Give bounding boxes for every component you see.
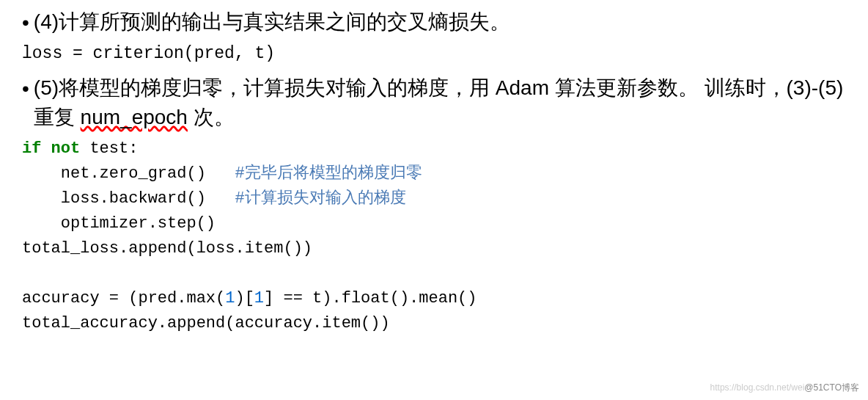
document-content: • (4)计算所预测的输出与真实结果之间的交叉熵损失。 loss = crite… — [0, 0, 868, 336]
num-1a: 1 — [225, 289, 235, 308]
bullet-text-4: (4)计算所预测的输出与真实结果之间的交叉熵损失。 — [34, 7, 510, 37]
code-l4: optimizer.step() — [22, 214, 216, 233]
bullet-marker: • — [22, 75, 29, 103]
bullet5-part2: 次。 — [188, 106, 235, 128]
code-block-training: if not test: net.zero_grad() #完毕后将模型的梯度归… — [22, 137, 846, 336]
code-l5: total_loss.append(loss.item()) — [22, 239, 312, 258]
bullet-marker: • — [22, 9, 29, 37]
bullet-text-5: (5)将模型的梯度归零，计算损失对输入的梯度，用 Adam 算法更新参数。 训练… — [34, 73, 846, 132]
code-l2: net.zero_grad() — [22, 164, 235, 183]
bullet-item-5: • (5)将模型的梯度归零，计算损失对输入的梯度，用 Adam 算法更新参数。 … — [22, 73, 846, 132]
code-loss-criterion: loss = criterion(pred, t) — [22, 44, 846, 63]
keyword-not: not — [51, 139, 81, 158]
bullet5-underlined: num_epoch — [81, 106, 188, 128]
watermark-dark: @51CTO博客 — [804, 382, 859, 393]
num-1b: 1 — [254, 289, 264, 308]
code-l7b: )[ — [235, 289, 254, 308]
comment-l3: #计算损失对输入的梯度 — [235, 189, 405, 208]
code-l7c: ] == t).float().mean() — [264, 289, 477, 308]
code-l3: loss.backward() — [22, 189, 235, 208]
code-l8: total_accuracy.append(accuracy.item()) — [22, 314, 390, 332]
comment-l2: #完毕后将模型的梯度归零 — [235, 164, 422, 183]
code-l1-rest: test: — [80, 139, 138, 158]
code-l7a: accuracy = (pred.max( — [22, 289, 225, 308]
watermark-faint: https://blog.csdn.net/wei — [710, 382, 805, 393]
keyword-if: if — [22, 139, 41, 158]
watermark: https://blog.csdn.net/wei@51CTO博客 — [710, 382, 859, 394]
bullet-item-4: • (4)计算所预测的输出与真实结果之间的交叉熵损失。 — [22, 7, 846, 37]
